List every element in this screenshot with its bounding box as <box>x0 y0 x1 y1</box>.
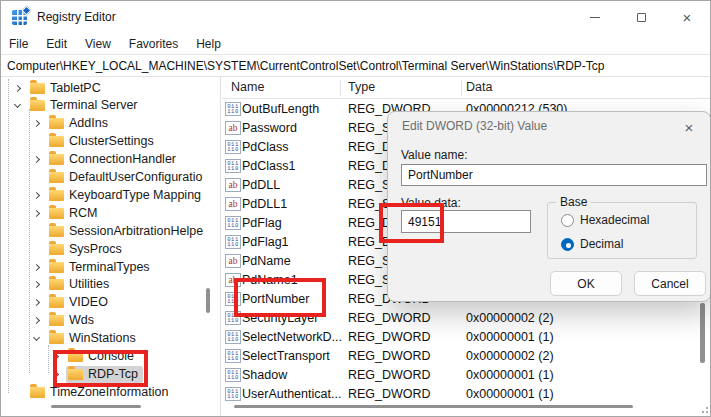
close-button[interactable]: × <box>664 1 710 33</box>
folder-icon <box>49 136 64 147</box>
tree-item-console[interactable]: Console <box>53 347 139 365</box>
tree-item-body: TabletPC <box>28 80 106 97</box>
reg-sz-icon: ab <box>225 273 241 287</box>
tree-item-video[interactable]: VIDEO <box>34 293 113 311</box>
list-horizontal-scrollbar[interactable] <box>234 405 633 408</box>
maximize-button[interactable] <box>618 1 664 33</box>
close-icon: × <box>683 10 692 25</box>
tree-item-wds[interactable]: Wds <box>34 311 99 329</box>
tree-item-utilities[interactable]: Utilities <box>34 275 114 293</box>
tree-item-winstations[interactable]: WinStations <box>34 329 141 347</box>
menu-item-help[interactable]: Help <box>187 37 230 51</box>
folder-icon <box>49 154 64 165</box>
tree-item-label: TimeZoneInformation <box>50 385 168 399</box>
tree-item-tabletpc[interactable]: TabletPC <box>15 79 106 97</box>
chevron-right-icon[interactable] <box>52 352 59 359</box>
tree-item-body: SysProcs <box>47 241 127 258</box>
radio-option-decimal[interactable]: Decimal <box>561 237 623 251</box>
folder-icon <box>68 351 83 362</box>
registry-value-row-selecttransport[interactable]: 011110SelectTransportREG_DWORD0x00000002… <box>222 347 711 366</box>
tree-item-body: Console <box>66 348 139 365</box>
folder-icon <box>30 100 45 111</box>
value-name: Shadow <box>242 368 287 382</box>
chevron-right-icon[interactable] <box>33 155 40 162</box>
tree-item-terminal-server[interactable]: Terminal Server <box>15 96 143 114</box>
tree-horizontal-scrollbar[interactable] <box>51 405 141 408</box>
radio-option-hexadecimal[interactable]: Hexadecimal <box>561 213 649 227</box>
chevron-right-icon[interactable] <box>33 263 40 270</box>
tree-guide-line <box>8 79 9 393</box>
tree-item-body: VIDEO <box>47 294 113 311</box>
tree-item-sessionarbitrationhelpe[interactable]: SessionArbitrationHelpe <box>34 222 208 240</box>
column-header-name[interactable]: Name <box>231 80 264 94</box>
tree-item-label: VIDEO <box>69 295 108 309</box>
registry-value-row-selectnetworkd[interactable]: 011110SelectNetworkD...REG_DWORD0x000000… <box>222 328 711 347</box>
menu-item-favorites[interactable]: Favorites <box>120 37 187 51</box>
tree-item-keyboardtype-mapping[interactable]: KeyboardType Mapping <box>34 186 206 204</box>
value-type: REG_DWORD <box>348 349 431 363</box>
dialog-close-button[interactable]: × <box>676 115 702 139</box>
value-data-input[interactable] <box>401 210 531 233</box>
minimize-button[interactable] <box>572 1 618 33</box>
cancel-button[interactable]: Cancel <box>634 271 706 296</box>
radio-checked-icon[interactable] <box>561 238 574 251</box>
folder-icon <box>49 208 64 219</box>
tree-item-label: TerminalTypes <box>69 260 150 274</box>
chevron-right-icon[interactable] <box>52 370 59 377</box>
value-data: 0x00000002 (2) <box>466 311 554 325</box>
tree-item-sysprocs[interactable]: SysProcs <box>34 240 127 258</box>
tree-item-label: RCM <box>69 206 97 220</box>
ok-button[interactable]: OK <box>550 271 622 296</box>
column-header-type[interactable]: Type <box>348 80 375 94</box>
folder-icon <box>49 244 64 255</box>
value-name-input[interactable] <box>401 164 707 186</box>
menu-item-file[interactable]: File <box>9 37 37 51</box>
value-name: PdDLL <box>242 178 280 192</box>
value-name: PdFlag1 <box>242 235 289 249</box>
chevron-right-icon[interactable] <box>33 191 40 198</box>
radio-unchecked-icon[interactable] <box>561 214 574 227</box>
tree-item-label: Wds <box>69 313 94 327</box>
menu-item-view[interactable]: View <box>76 37 120 51</box>
tree-item-rcm[interactable]: RCM <box>34 204 102 222</box>
tree-item-label: ClusterSettings <box>69 134 154 148</box>
tree-item-terminaltypes[interactable]: TerminalTypes <box>34 258 155 276</box>
registry-value-row-shadow[interactable]: 011110ShadowREG_DWORD0x00000001 (1) <box>222 366 711 385</box>
dialog-title: Edit DWORD (32-bit) Value <box>402 119 547 133</box>
tree-item-defaultuserconfiguratio[interactable]: DefaultUserConfiguratio <box>34 168 207 186</box>
tree-item-body: ConnectionHandler <box>47 151 181 168</box>
column-header-data[interactable]: Data <box>466 80 492 94</box>
chevron-right-icon[interactable] <box>33 298 40 305</box>
registry-value-row-securitylayer[interactable]: 011110SecurityLayerREG_DWORD0x00000002 (… <box>222 309 711 328</box>
menu-item-edit[interactable]: Edit <box>37 37 76 51</box>
address-bar[interactable]: Computer\HKEY_LOCAL_MACHINE\SYSTEM\Curre… <box>1 54 710 77</box>
registry-editor-icon <box>12 10 27 25</box>
value-name: PdClass1 <box>242 159 296 173</box>
list-vertical-scrollbar[interactable] <box>700 303 705 363</box>
folder-icon <box>49 118 64 129</box>
reg-sz-icon: ab <box>225 178 241 192</box>
chevron-right-icon[interactable] <box>14 84 21 91</box>
tree-item-label: SessionArbitrationHelpe <box>69 224 203 238</box>
value-data-label: Value data: <box>401 196 461 210</box>
tree-item-body: Utilities <box>47 276 114 293</box>
tree-item-timezoneinformation[interactable]: TimeZoneInformation <box>15 383 173 401</box>
reg-sz-icon: ab <box>225 254 241 268</box>
tree-item-rdp-tcp[interactable]: RDP-Tcp <box>53 365 143 383</box>
chevron-right-icon[interactable] <box>33 119 40 126</box>
registry-value-row-userauthenticat[interactable]: 011110UserAuthenticat...REG_DWORD0x00000… <box>222 385 711 404</box>
chevron-right-icon[interactable] <box>33 209 40 216</box>
tree-item-clustersettings[interactable]: ClusterSettings <box>34 132 159 150</box>
folder-icon <box>49 190 64 201</box>
value-name: PdFlag <box>242 216 282 230</box>
reg-dword-icon: 011110 <box>225 216 241 230</box>
chevron-down-icon[interactable] <box>14 100 21 107</box>
resize-grip[interactable] <box>699 404 709 414</box>
tree-item-addins[interactable]: AddIns <box>34 114 113 132</box>
list-header: Name Type Data <box>222 77 711 99</box>
chevron-down-icon[interactable] <box>33 333 40 340</box>
chevron-right-icon[interactable] <box>33 280 40 287</box>
tree-item-connectionhandler[interactable]: ConnectionHandler <box>34 150 181 168</box>
tree-vertical-scrollbar[interactable] <box>206 288 210 313</box>
chevron-right-icon[interactable] <box>33 316 40 323</box>
